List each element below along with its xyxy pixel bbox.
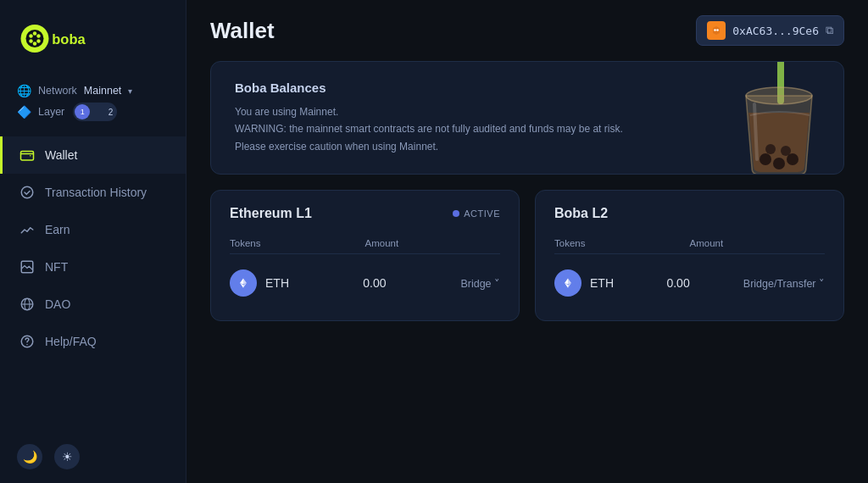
active-dot [453, 210, 459, 217]
ethereum-l1-token-table: Tokens Amount [230, 233, 500, 305]
network-label: Network [38, 85, 77, 97]
sidebar: boba 🌐 Network Mainnet ▾ 🔷 Layer 1 2 [0, 0, 186, 483]
wallet-icon [19, 147, 35, 163]
dao-icon [19, 297, 35, 312]
network-globe-icon: 🌐 [17, 84, 31, 97]
layer-row: 🔷 Layer 1 2 [17, 103, 169, 121]
svg-point-23 [760, 153, 771, 165]
boba-banner-title: Boba Balances [235, 80, 820, 95]
boba-banner-line2: WARNING: the mainnet smart contracts are… [235, 120, 820, 137]
svg-point-22 [746, 87, 812, 104]
wallet-address-text: 0xAC63...9Ce6 [732, 25, 819, 37]
boba-cup-image [733, 61, 826, 168]
boba-l2-header: Boba L2 [554, 206, 825, 221]
transaction-icon [19, 185, 35, 200]
boba-l2-card: Boba L2 Tokens Amount [535, 190, 844, 321]
svg-point-4 [36, 39, 41, 43]
boba-col-tokens-label: Tokens [554, 238, 690, 248]
boba-balances-banner: Boba Balances You are using Mainnet. WAR… [210, 61, 844, 175]
svg-point-16 [27, 344, 28, 345]
boba-eth-icon [554, 269, 581, 297]
sidebar-item-nft-label: NFT [45, 260, 68, 274]
svg-point-19 [715, 29, 717, 31]
sidebar-footer: 🌙 ☀ [0, 430, 186, 483]
boba-banner-text: You are using Mainnet. WARNING: the main… [235, 103, 820, 155]
active-label: ACTIVE [464, 208, 500, 219]
svg-marker-18 [713, 26, 720, 35]
svg-point-26 [765, 144, 776, 154]
boba-col-amount-label: Amount [690, 238, 826, 248]
eth-icon [230, 269, 257, 297]
boba-banner-line1: You are using Mainnet. [235, 103, 820, 120]
sidebar-network: 🌐 Network Mainnet ▾ 🔷 Layer 1 2 [0, 77, 186, 128]
logo-area: boba [0, 0, 186, 77]
main-content: Wallet 0xAC63...9Ce6 ⧉ Boba Balances You… [186, 0, 868, 483]
sidebar-item-nft[interactable]: NFT [0, 248, 186, 286]
layer-toggle[interactable]: 1 2 [73, 103, 117, 121]
svg-point-5 [29, 34, 33, 38]
svg-point-20 [717, 29, 720, 31]
copy-icon: ⧉ [826, 24, 833, 37]
metamask-fox-icon [707, 21, 726, 40]
eth-bridge-button[interactable]: Bridge ˅ [460, 277, 500, 290]
boba-token-table-header: Tokens Amount [554, 233, 825, 254]
chevron-down-icon: ▾ [128, 86, 132, 96]
token-table-header: Tokens Amount [230, 233, 500, 254]
svg-point-6 [36, 34, 41, 38]
boba-bridge-transfer-button[interactable]: Bridge/Transfer ˅ [743, 277, 825, 290]
ethereum-l1-header: Ethereum L1 ACTIVE [230, 206, 500, 221]
content-area: Boba Balances You are using Mainnet. WAR… [186, 54, 868, 483]
svg-point-3 [33, 42, 37, 46]
svg-text:boba: boba [52, 31, 86, 47]
svg-point-27 [781, 146, 791, 156]
sidebar-nav: Wallet Transaction History Earn [0, 136, 186, 430]
boba-l2-title: Boba L2 [554, 206, 608, 221]
dark-theme-button[interactable]: 🌙 [17, 444, 42, 469]
active-badge: ACTIVE [453, 208, 500, 219]
page-title: Wallet [210, 18, 275, 44]
sidebar-item-help-label: Help/FAQ [45, 335, 97, 348]
sidebar-item-wallet[interactable]: Wallet [0, 136, 186, 174]
svg-point-7 [33, 31, 37, 36]
svg-rect-9 [21, 152, 34, 161]
nft-icon [19, 259, 35, 275]
toggle-knob: 1 [75, 104, 90, 119]
svg-point-24 [773, 158, 785, 169]
boba-token-row: ETH 0.00 Bridge/Transfer ˅ [554, 261, 825, 305]
col-tokens-label: Tokens [230, 238, 365, 248]
help-icon [19, 334, 35, 349]
network-row[interactable]: 🌐 Network Mainnet ▾ [17, 84, 169, 97]
ethereum-l1-title: Ethereum L1 [230, 206, 312, 221]
top-bar: Wallet 0xAC63...9Ce6 ⧉ [186, 0, 868, 54]
boba-eth-token-amount: 0.00 [666, 276, 743, 290]
col-amount-label: Amount [365, 238, 501, 248]
svg-point-10 [21, 186, 33, 198]
ethereum-l1-card: Ethereum L1 ACTIVE Tokens Amount [210, 190, 520, 321]
toggle-label: 2 [90, 108, 115, 117]
wallet-address-button[interactable]: 0xAC63...9Ce6 ⧉ [696, 15, 844, 46]
sidebar-item-wallet-label: Wallet [45, 148, 77, 162]
light-theme-button[interactable]: ☀ [54, 444, 80, 469]
token-row: ETH 0.00 Bridge ˅ [230, 261, 500, 305]
sidebar-item-earn-label: Earn [45, 223, 70, 236]
layer-icon: 🔷 [17, 105, 31, 119]
layer-label: Layer [38, 106, 64, 118]
sidebar-item-help-faq[interactable]: Help/FAQ [0, 323, 186, 360]
sidebar-item-dao-label: DAO [45, 297, 70, 311]
sidebar-item-transaction-history[interactable]: Transaction History [0, 174, 186, 211]
earn-icon [19, 222, 35, 237]
network-value: Mainnet [84, 85, 121, 97]
eth-token-amount: 0.00 [363, 276, 460, 290]
sidebar-item-transaction-label: Transaction History [45, 186, 147, 199]
sidebar-item-earn[interactable]: Earn [0, 211, 186, 248]
wallet-sections: Ethereum L1 ACTIVE Tokens Amount [210, 190, 844, 321]
boba-l2-token-table: Tokens Amount [554, 233, 825, 305]
svg-point-2 [29, 39, 33, 43]
eth-token-name: ETH [265, 276, 363, 290]
boba-logo: boba [17, 15, 93, 62]
sidebar-item-dao[interactable]: DAO [0, 286, 186, 323]
boba-banner-line3: Please exercise caution when using Mainn… [235, 138, 820, 155]
boba-eth-token-name: ETH [590, 276, 666, 290]
